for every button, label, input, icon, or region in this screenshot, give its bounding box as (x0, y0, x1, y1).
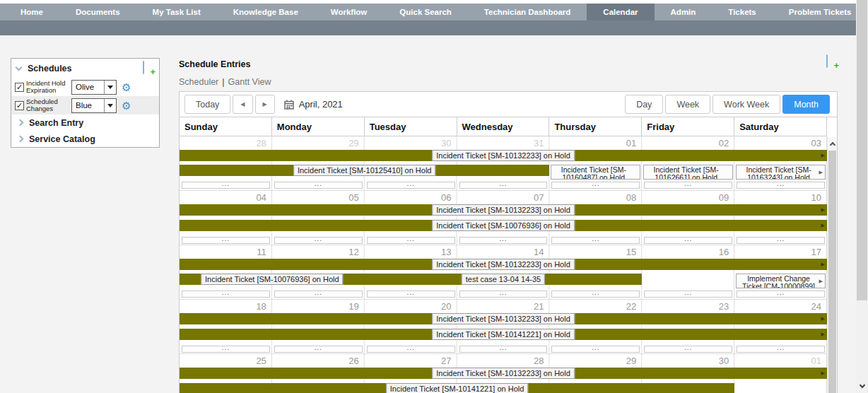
color-select-scheduled-changes[interactable]: Blue (71, 98, 117, 113)
date-cell[interactable]: 27 (365, 354, 457, 368)
nav-item-my-task-list[interactable]: My Task List (136, 4, 217, 20)
overflow-indicator[interactable]: ... (182, 291, 270, 298)
date-cell[interactable]: 29 (549, 354, 642, 368)
page-scrollbar-thumb[interactable] (857, 0, 867, 300)
select-caret-icon[interactable] (104, 81, 116, 94)
date-cell[interactable]: 05 (272, 191, 365, 204)
date-cell[interactable]: 08 (549, 191, 642, 204)
overflow-indicator[interactable]: ... (737, 182, 825, 189)
date-cell[interactable]: 17 (734, 245, 827, 259)
nav-item-documents[interactable]: Documents (59, 4, 136, 20)
date-cell[interactable]: 01 (549, 136, 642, 150)
event-bar[interactable]: Incident Ticket [SM-10076936] on Hold ▶ (180, 220, 827, 231)
event-box[interactable]: Incident Ticket [SM-10162661] on Hold (643, 165, 733, 180)
event-box[interactable]: Implement Change Ticket [CM-10000899] ▶ (736, 274, 826, 288)
date-cell[interactable]: 28 (180, 136, 272, 150)
scroll-up-icon[interactable] (828, 137, 837, 149)
date-cell[interactable]: 19 (272, 300, 365, 313)
sidebar-section-search-entry[interactable]: Search Entry (11, 115, 159, 131)
nav-item-knowledge-base[interactable]: Knowledge Base (217, 4, 315, 20)
date-cell[interactable]: 13 (365, 245, 457, 259)
event-bar[interactable]: Incident Ticket [SM-10132233] on Hold ▶ (180, 150, 827, 161)
date-cell[interactable]: 10 (734, 191, 827, 204)
previous-month-button[interactable]: ◀ (233, 95, 252, 114)
event-bar[interactable]: Incident Ticket [SM-10141221] on Hold (180, 383, 734, 393)
gear-icon[interactable]: ⚙ (122, 82, 131, 93)
overflow-indicator[interactable]: ... (551, 182, 640, 189)
overflow-indicator[interactable]: ... (182, 346, 270, 353)
gantt-view-link[interactable]: Gantt View (228, 77, 271, 87)
overflow-indicator[interactable]: ... (551, 291, 640, 298)
overflow-indicator[interactable]: ... (737, 346, 825, 353)
overflow-indicator[interactable]: ... (274, 237, 363, 244)
add-entry-icon[interactable]: + (826, 55, 838, 69)
nav-item-quick-search[interactable]: Quick Search (383, 4, 468, 20)
event-bar[interactable]: Incident Ticket [SM-10132233] on Hold ▶ (180, 368, 827, 379)
work-week-view-button[interactable]: Work Week (712, 95, 780, 114)
date-cell[interactable]: 16 (642, 245, 734, 259)
date-cell[interactable]: 11 (180, 245, 272, 259)
nav-item-calendar[interactable]: Calendar (587, 4, 654, 20)
event-bar[interactable]: Incident Ticket [SM-10125410] on Hold (180, 165, 549, 176)
nav-item-tickets[interactable]: Tickets (712, 4, 772, 20)
date-cell[interactable]: 04 (180, 191, 272, 204)
overflow-indicator[interactable]: ... (551, 346, 640, 353)
date-cell[interactable]: 29 (272, 136, 365, 150)
date-cell[interactable]: 30 (642, 354, 734, 368)
date-cell[interactable]: 24 (734, 300, 827, 313)
calendar-scrollbar[interactable] (827, 137, 837, 393)
date-cell[interactable]: 23 (642, 300, 734, 313)
color-select-incident-hold[interactable]: Olive (71, 80, 117, 95)
calendar-scrollbar-thumb[interactable] (828, 151, 836, 393)
date-cell[interactable]: 26 (272, 354, 365, 368)
date-cell[interactable]: 21 (457, 300, 550, 313)
nav-item-home[interactable]: Home (4, 4, 59, 20)
today-button[interactable]: Today (184, 95, 230, 114)
overflow-indicator[interactable]: ... (459, 182, 548, 189)
date-cell[interactable]: 31 (457, 136, 550, 150)
event-bar[interactable]: Incident Ticket [SM-10076936] on Hold (180, 274, 365, 285)
nav-item-workflow[interactable]: Workflow (315, 4, 384, 20)
overflow-indicator[interactable]: ... (182, 237, 270, 244)
overflow-indicator[interactable]: ... (644, 346, 732, 353)
date-cell[interactable]: 03 (734, 136, 827, 150)
date-cell[interactable]: 07 (457, 191, 550, 204)
event-bar[interactable]: Incident Ticket [SM-10132233] on Hold ▶ (180, 313, 827, 324)
overflow-indicator[interactable]: ... (459, 291, 548, 298)
schedules-panel-header[interactable]: Schedules + (11, 59, 159, 78)
month-view-button[interactable]: Month (782, 95, 830, 114)
add-schedule-icon[interactable]: + (143, 61, 154, 75)
overflow-indicator[interactable]: ... (367, 237, 455, 244)
incident-hold-expiration-checkbox[interactable]: ✓ (15, 83, 24, 92)
date-cell[interactable]: 22 (549, 300, 642, 313)
chevron-down-icon[interactable] (16, 64, 23, 71)
overflow-indicator[interactable]: ... (644, 237, 732, 244)
event-box[interactable]: Incident Ticket [SM-10163243] on Hold ▶ (736, 165, 826, 180)
date-cell[interactable]: 28 (457, 354, 550, 368)
date-cell[interactable]: 14 (457, 245, 550, 259)
event-box[interactable]: Incident Ticket [SM-10160487] on Hold (551, 165, 640, 180)
scroll-down-icon[interactable] (856, 383, 868, 389)
date-cell[interactable]: 06 (365, 191, 457, 204)
week-view-button[interactable]: Week (665, 95, 710, 114)
overflow-indicator[interactable]: ... (644, 182, 732, 189)
date-cell[interactable]: 20 (365, 300, 457, 313)
date-cell[interactable]: 18 (180, 300, 272, 313)
nav-item-technician-dashboard[interactable]: Technician Dashboard (468, 4, 587, 20)
date-cell[interactable]: 01 (734, 354, 827, 368)
overflow-indicator[interactable]: ... (551, 237, 640, 244)
event-bar[interactable]: Incident Ticket [SM-10132233] on Hold ▶ (180, 259, 827, 270)
overflow-indicator[interactable]: ... (367, 346, 455, 353)
next-month-button[interactable]: ▶ (255, 95, 275, 114)
overflow-indicator[interactable]: ... (367, 182, 455, 189)
overflow-indicator[interactable]: ... (459, 237, 548, 244)
event-bar[interactable]: test case 13-04 14-35 (365, 274, 643, 285)
gear-icon[interactable]: ⚙ (122, 100, 131, 111)
day-view-button[interactable]: Day (625, 95, 663, 114)
overflow-indicator[interactable]: ... (274, 346, 363, 353)
overflow-indicator[interactable]: ... (274, 291, 363, 298)
overflow-indicator[interactable]: ... (274, 182, 363, 189)
overflow-indicator[interactable]: ... (644, 291, 732, 298)
date-cell[interactable]: 15 (549, 245, 642, 259)
date-cell[interactable]: 30 (365, 136, 457, 150)
